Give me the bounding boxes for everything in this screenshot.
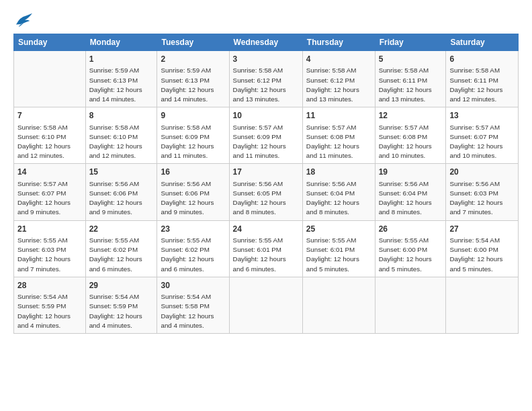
calendar-cell: 4Sunrise: 5:58 AM Sunset: 6:12 PM Daylig… [302,51,375,107]
calendar-cell: 1Sunrise: 5:59 AM Sunset: 6:13 PM Daylig… [85,51,157,107]
calendar-cell: 6Sunrise: 5:58 AM Sunset: 6:11 PM Daylig… [446,51,519,107]
day-number: 15 [89,167,154,178]
calendar-cell: 24Sunrise: 5:55 AM Sunset: 6:01 PM Dayli… [229,220,302,277]
day-info: Sunrise: 5:58 AM Sunset: 6:09 PM Dayligh… [161,123,225,161]
day-info: Sunrise: 5:56 AM Sunset: 6:03 PM Dayligh… [449,179,515,218]
day-info: Sunrise: 5:59 AM Sunset: 6:13 PM Dayligh… [161,66,225,104]
day-info: Sunrise: 5:55 AM Sunset: 6:01 PM Dayligh… [306,236,371,274]
day-info: Sunrise: 5:56 AM Sunset: 6:06 PM Dayligh… [89,179,154,218]
weekday-header-monday: Monday [85,34,157,51]
day-number: 3 [233,54,299,65]
day-number: 4 [306,54,371,65]
day-info: Sunrise: 5:58 AM Sunset: 6:11 PM Dayligh… [449,66,515,104]
day-info: Sunrise: 5:56 AM Sunset: 6:05 PM Dayligh… [233,179,299,218]
calendar-cell: 26Sunrise: 5:55 AM Sunset: 6:00 PM Dayli… [375,220,446,277]
calendar-cell: 19Sunrise: 5:56 AM Sunset: 6:04 PM Dayli… [375,164,446,220]
calendar-cell: 22Sunrise: 5:55 AM Sunset: 6:02 PM Dayli… [85,220,157,277]
day-number: 16 [161,167,225,178]
calendar-cell: 20Sunrise: 5:56 AM Sunset: 6:03 PM Dayli… [446,164,519,220]
day-number: 23 [161,224,225,235]
day-number: 14 [17,167,82,178]
day-info: Sunrise: 5:56 AM Sunset: 6:04 PM Dayligh… [379,179,443,218]
calendar-cell [375,277,446,333]
logo-bird-icon [15,12,34,28]
day-number: 12 [379,110,443,122]
weekday-header-wednesday: Wednesday [229,34,302,51]
day-info: Sunrise: 5:57 AM Sunset: 6:07 PM Dayligh… [449,123,515,161]
day-number: 19 [379,167,443,178]
day-info: Sunrise: 5:57 AM Sunset: 6:08 PM Dayligh… [306,123,371,161]
day-number: 11 [306,110,371,122]
calendar-cell [229,277,302,333]
weekday-header-friday: Friday [375,34,446,51]
weekday-header-tuesday: Tuesday [157,34,229,51]
day-info: Sunrise: 5:54 AM Sunset: 5:59 PM Dayligh… [89,292,154,330]
day-number: 25 [306,224,371,235]
calendar-cell: 13Sunrise: 5:57 AM Sunset: 6:07 PM Dayli… [446,107,519,164]
day-info: Sunrise: 5:57 AM Sunset: 6:09 PM Dayligh… [233,123,299,161]
calendar-cell: 12Sunrise: 5:57 AM Sunset: 6:08 PM Dayli… [375,107,446,164]
calendar-table: SundayMondayTuesdayWednesdayThursdayFrid… [13,34,519,334]
day-info: Sunrise: 5:55 AM Sunset: 6:03 PM Dayligh… [17,236,82,274]
day-number: 30 [161,280,225,291]
calendar-cell: 14Sunrise: 5:57 AM Sunset: 6:07 PM Dayli… [14,164,86,220]
header [13,12,519,28]
calendar-cell [302,277,375,333]
calendar-cell: 2Sunrise: 5:59 AM Sunset: 6:13 PM Daylig… [157,51,229,107]
day-number: 9 [161,110,225,122]
calendar-cell: 15Sunrise: 5:56 AM Sunset: 6:06 PM Dayli… [85,164,157,220]
day-info: Sunrise: 5:59 AM Sunset: 6:13 PM Dayligh… [89,66,154,104]
calendar-cell: 27Sunrise: 5:54 AM Sunset: 6:00 PM Dayli… [446,220,519,277]
day-number: 20 [449,167,515,178]
day-info: Sunrise: 5:56 AM Sunset: 6:04 PM Dayligh… [306,179,371,218]
day-number: 1 [89,54,154,65]
day-number: 17 [233,167,299,178]
day-info: Sunrise: 5:58 AM Sunset: 6:10 PM Dayligh… [17,123,82,161]
calendar-cell [14,51,86,107]
calendar-cell: 8Sunrise: 5:58 AM Sunset: 6:10 PM Daylig… [85,107,157,164]
day-info: Sunrise: 5:58 AM Sunset: 6:12 PM Dayligh… [306,66,371,104]
weekday-header-saturday: Saturday [446,34,519,51]
day-number: 24 [233,224,299,235]
calendar-cell: 16Sunrise: 5:56 AM Sunset: 6:06 PM Dayli… [157,164,229,220]
day-info: Sunrise: 5:54 AM Sunset: 6:00 PM Dayligh… [449,236,515,274]
calendar-cell: 11Sunrise: 5:57 AM Sunset: 6:08 PM Dayli… [302,107,375,164]
calendar-cell: 3Sunrise: 5:58 AM Sunset: 6:12 PM Daylig… [229,51,302,107]
day-number: 5 [379,54,443,65]
day-info: Sunrise: 5:57 AM Sunset: 6:07 PM Dayligh… [17,179,82,218]
logo [13,12,34,28]
calendar-cell: 9Sunrise: 5:58 AM Sunset: 6:09 PM Daylig… [157,107,229,164]
day-number: 18 [306,167,371,178]
calendar-cell: 28Sunrise: 5:54 AM Sunset: 5:59 PM Dayli… [14,277,86,333]
day-number: 28 [17,280,82,291]
calendar-cell: 17Sunrise: 5:56 AM Sunset: 6:05 PM Dayli… [229,164,302,220]
day-info: Sunrise: 5:57 AM Sunset: 6:08 PM Dayligh… [379,123,443,161]
day-info: Sunrise: 5:56 AM Sunset: 6:06 PM Dayligh… [161,179,225,218]
day-number: 6 [449,54,515,65]
day-info: Sunrise: 5:54 AM Sunset: 5:59 PM Dayligh… [17,292,82,330]
calendar-cell: 7Sunrise: 5:58 AM Sunset: 6:10 PM Daylig… [14,107,86,164]
calendar-cell: 5Sunrise: 5:58 AM Sunset: 6:11 PM Daylig… [375,51,446,107]
day-info: Sunrise: 5:55 AM Sunset: 6:02 PM Dayligh… [161,236,225,274]
day-info: Sunrise: 5:55 AM Sunset: 6:01 PM Dayligh… [233,236,299,274]
calendar-cell: 25Sunrise: 5:55 AM Sunset: 6:01 PM Dayli… [302,220,375,277]
calendar-cell [446,277,519,333]
day-number: 2 [161,54,225,65]
day-number: 21 [17,224,82,235]
day-info: Sunrise: 5:54 AM Sunset: 5:58 PM Dayligh… [161,292,225,330]
calendar-cell: 10Sunrise: 5:57 AM Sunset: 6:09 PM Dayli… [229,107,302,164]
calendar-cell: 18Sunrise: 5:56 AM Sunset: 6:04 PM Dayli… [302,164,375,220]
day-number: 27 [449,224,515,235]
calendar-cell: 23Sunrise: 5:55 AM Sunset: 6:02 PM Dayli… [157,220,229,277]
day-info: Sunrise: 5:55 AM Sunset: 6:00 PM Dayligh… [379,236,443,274]
day-number: 10 [233,110,299,122]
calendar-cell: 29Sunrise: 5:54 AM Sunset: 5:59 PM Dayli… [85,277,157,333]
day-number: 22 [89,224,154,235]
weekday-header-sunday: Sunday [14,34,86,51]
calendar-cell: 30Sunrise: 5:54 AM Sunset: 5:58 PM Dayli… [157,277,229,333]
calendar-cell: 21Sunrise: 5:55 AM Sunset: 6:03 PM Dayli… [14,220,86,277]
weekday-header-thursday: Thursday [302,34,375,51]
day-info: Sunrise: 5:58 AM Sunset: 6:12 PM Dayligh… [233,66,299,104]
day-number: 13 [449,110,515,122]
day-info: Sunrise: 5:58 AM Sunset: 6:10 PM Dayligh… [89,123,154,161]
